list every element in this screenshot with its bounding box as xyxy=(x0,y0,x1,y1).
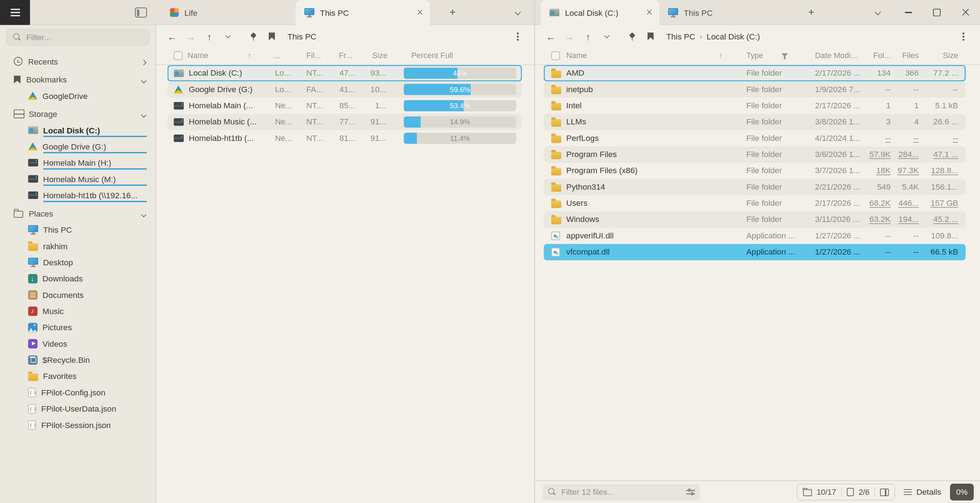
section-collapse-button[interactable] xyxy=(142,109,145,119)
column-header-date-modified[interactable]: Date Modi... xyxy=(815,51,858,60)
section-collapse-button[interactable] xyxy=(142,75,145,84)
sidebar-toggle-button[interactable] xyxy=(135,8,147,18)
sidebar-item-google-drive-g[interactable]: Google Drive (G:) xyxy=(0,138,156,155)
file-filter-input[interactable] xyxy=(561,487,681,497)
zoom-badge[interactable]: 0% xyxy=(950,484,974,500)
column-header-files[interactable]: Files xyxy=(892,51,919,60)
forward-button[interactable]: → xyxy=(560,27,579,45)
tab-close-button[interactable] xyxy=(644,7,655,18)
sidebar-item-homelab-music-m[interactable]: Homelab Music (M:) xyxy=(0,171,156,187)
column-header-type[interactable]: ... xyxy=(274,51,280,60)
sidebar-item-fpilot-config-json[interactable]: FPilot-Config.json xyxy=(0,384,156,400)
sidebar-item-rakhim[interactable]: rakhim xyxy=(0,238,156,254)
minimize-button[interactable] xyxy=(894,0,922,25)
drive-row-homelab-music[interactable]: Homelab Music (...Ne...NT...77...91...14… xyxy=(167,114,522,130)
forward-button[interactable]: → xyxy=(181,27,200,45)
file-row-perflogs[interactable]: PerfLogsFile folder4/1/2024 1...------ xyxy=(544,130,966,146)
sidebar-item-desktop[interactable]: Desktop xyxy=(0,254,156,270)
file-filter[interactable] xyxy=(542,484,700,500)
sidebar-section-header-places[interactable]: Places xyxy=(0,205,156,221)
file-row-inetpub[interactable]: inetpubFile folder1/9/2026 7...------ xyxy=(544,81,966,97)
history-dropdown-button[interactable] xyxy=(219,27,237,45)
sidebar-item-local-disk-c[interactable]: Local Disk (C:) xyxy=(0,122,156,138)
file-row-program-files-x86[interactable]: Program Files (x86)File folder3/7/2026 1… xyxy=(544,163,966,179)
filter-options-icon[interactable] xyxy=(686,488,695,496)
sidebar-item-homelab-ht1tb-192-16[interactable]: Homelab-ht1tb (\\192.16... xyxy=(0,187,156,203)
sidebar-item-downloads[interactable]: Downloads xyxy=(0,270,156,286)
file-row-program-files[interactable]: Program FilesFile folder3/6/2026 1...57.… xyxy=(544,146,966,163)
sidebar-item-recycle-bin[interactable]: $Recycle.Bin xyxy=(0,352,156,368)
section-collapse-button[interactable] xyxy=(140,57,145,66)
up-button[interactable]: ↑ xyxy=(579,27,597,45)
filter-icon[interactable] xyxy=(781,53,788,59)
column-header-folders[interactable]: Fol... xyxy=(859,51,891,60)
section-collapse-button[interactable] xyxy=(142,209,145,218)
tab-life[interactable]: Life xyxy=(161,0,296,25)
select-all-checkbox[interactable] xyxy=(551,51,560,60)
drive-row-local-disk-c[interactable]: Local Disk (C:)Lo...NT...47...93...48% xyxy=(167,65,522,81)
file-row-amd[interactable]: AMDFile folder2/17/2026 ...13436677.2 ..… xyxy=(544,65,966,81)
breadcrumb-item-this-pc[interactable]: This PC xyxy=(287,32,317,41)
bookmark-button[interactable] xyxy=(262,27,281,45)
sidebar-filter-input[interactable] xyxy=(26,33,143,42)
column-header-type[interactable]: Type xyxy=(746,51,763,60)
file-row-intel[interactable]: IntelFile folder2/17/2026 ...115.1 kB xyxy=(544,97,966,113)
sidebar-item-fpilot-session-json[interactable]: FPilot-Session.json xyxy=(0,417,156,433)
new-tab-button-left[interactable]: + xyxy=(445,6,460,19)
breadcrumb-item-this-pc[interactable]: This PC xyxy=(666,32,695,41)
sidebar-section-header-storage[interactable]: Storage xyxy=(0,106,156,122)
file-row-appverifui-dll[interactable]: appverifUI.dllApplication ...1/27/2026 .… xyxy=(544,228,966,244)
sidebar-item-googledrive[interactable]: GoogleDrive xyxy=(0,88,156,104)
pin-button[interactable] xyxy=(622,27,641,45)
bookmark-button[interactable] xyxy=(641,27,660,45)
sidebar-item-favorites[interactable]: Favorites xyxy=(0,368,156,384)
sidebar-item-fpilot-userdata-json[interactable]: FPilot-UserData.json xyxy=(0,401,156,417)
file-row-vfcompat-dll[interactable]: vfcompat.dllApplication ...1/27/2026 ...… xyxy=(544,244,966,260)
pane-divider[interactable] xyxy=(534,0,535,503)
app-menu-button[interactable] xyxy=(0,0,30,25)
drive-row-google-drive-g[interactable]: Google Drive (G:)Lo...FA...41...10...59.… xyxy=(167,81,522,97)
preview-panel-icon[interactable] xyxy=(880,488,889,496)
maximize-button[interactable] xyxy=(923,0,951,25)
file-row-python314[interactable]: Python314File folder2/21/2026 ...5495.4K… xyxy=(544,179,966,195)
file-row-users[interactable]: UsersFile folder2/17/2026 ...68.2K446...… xyxy=(544,195,966,211)
close-window-button[interactable] xyxy=(951,0,980,25)
back-button[interactable]: ← xyxy=(541,27,560,45)
column-header-name[interactable]: Name xyxy=(566,51,587,60)
sidebar-item-music[interactable]: Music xyxy=(0,303,156,319)
tab-local-disk-c[interactable]: Local Disk (C:) xyxy=(541,0,659,25)
sidebar-section-header-bookmarks[interactable]: Bookmarks xyxy=(0,71,156,88)
sidebar-item-homelab-main-h[interactable]: Homelab Main (H:) xyxy=(0,155,156,171)
tab-this-pc[interactable]: This PC xyxy=(659,0,778,25)
pin-button[interactable] xyxy=(243,27,262,45)
column-header-percent-full[interactable]: Percent Full xyxy=(411,51,453,60)
more-options-button[interactable] xyxy=(954,27,972,45)
sidebar-item-documents[interactable]: Documents xyxy=(0,286,156,303)
tab-list-button-left[interactable] xyxy=(512,9,522,17)
breadcrumb-item-local-disk-c[interactable]: Local Disk (C:) xyxy=(706,32,760,41)
sidebar-section-header-recents[interactable]: Recents xyxy=(0,53,156,69)
view-mode-button[interactable]: Details xyxy=(902,487,944,497)
new-tab-button-right[interactable]: + xyxy=(804,6,819,19)
sidebar-item-videos[interactable]: Videos xyxy=(0,335,156,351)
sidebar-filter[interactable] xyxy=(6,29,149,46)
select-all-checkbox[interactable] xyxy=(174,51,182,60)
sidebar-item-this-pc[interactable]: This PC xyxy=(0,222,156,238)
column-header-size[interactable]: Size xyxy=(354,51,387,60)
more-options-button[interactable] xyxy=(508,27,527,45)
sidebar-item-pictures[interactable]: Pictures xyxy=(0,319,156,335)
column-header-filesystem[interactable]: Fil... xyxy=(306,51,321,60)
up-button[interactable]: ↑ xyxy=(200,27,219,45)
column-header-free[interactable]: Fr... xyxy=(339,51,352,60)
tab-list-button-right[interactable] xyxy=(872,9,883,17)
history-dropdown-button[interactable] xyxy=(598,27,616,45)
column-header-size[interactable]: Size xyxy=(921,51,958,60)
back-button[interactable]: ← xyxy=(163,27,181,45)
column-header-name[interactable]: Name xyxy=(188,51,208,60)
drive-row-homelab-ht1tb[interactable]: Homelab-ht1tb (...Ne...NT...81...91...11… xyxy=(167,130,522,146)
drive-row-homelab-main[interactable]: Homelab Main (...Ne...NT...85...1...53.4… xyxy=(167,97,522,113)
file-row-llms[interactable]: LLMsFile folder3/8/2026 1...3426.6 ... xyxy=(544,114,966,130)
file-row-windows[interactable]: WindowsFile folder3/11/2026 ...63.2K194.… xyxy=(544,212,966,228)
tab-close-button[interactable] xyxy=(414,7,425,18)
tab-this-pc[interactable]: This PC xyxy=(296,0,430,25)
